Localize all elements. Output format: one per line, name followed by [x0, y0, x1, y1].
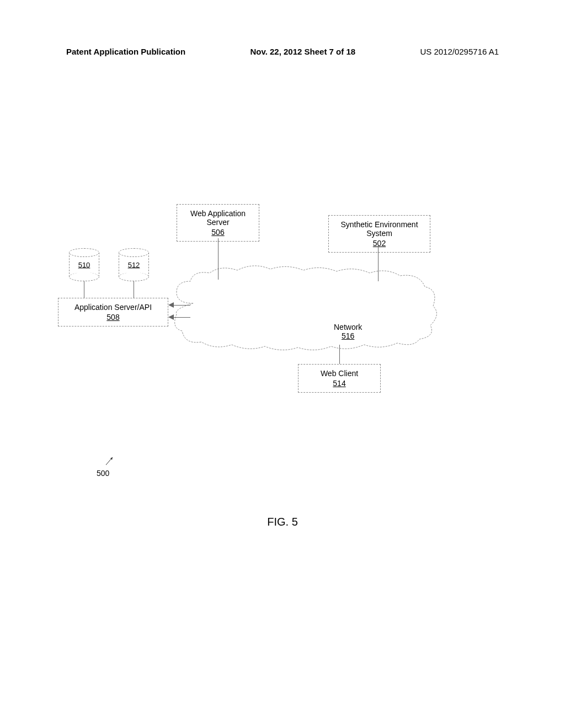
connector-512 — [134, 281, 134, 298]
synthetic-env-label: Synthetic Environment System — [340, 220, 418, 238]
header-publication: Patent Application Publication — [66, 47, 185, 56]
diagram: Web Application Server 506 Synthetic Env… — [0, 193, 565, 524]
web-app-server-label: Web Application Server — [190, 209, 246, 227]
network-cloud — [166, 259, 441, 353]
figure-label: FIG. 5 — [267, 516, 298, 528]
arrow-api-out — [168, 314, 174, 320]
arrow-line-out — [174, 317, 190, 318]
web-app-server-box: Web Application Server 506 — [177, 204, 259, 242]
header-patent-number: US 2012/0295716 A1 — [420, 47, 499, 56]
arrow-api-in — [168, 302, 174, 308]
page-header: Patent Application Publication Nov. 22, … — [0, 47, 565, 56]
header-date-sheet: Nov. 22, 2012 Sheet 7 of 18 — [250, 47, 355, 56]
synthetic-env-box: Synthetic Environment System 502 — [328, 215, 430, 253]
app-server-api-label: Application Server/API — [74, 303, 152, 312]
system-ref: 500 — [97, 469, 109, 478]
app-server-api-box: Application Server/API 508 — [58, 298, 168, 326]
connector-506 — [218, 238, 218, 280]
synthetic-env-ref: 502 — [335, 239, 423, 248]
arrow-line-in — [174, 305, 190, 306]
web-app-server-ref: 506 — [184, 228, 252, 237]
connector-502 — [378, 245, 379, 281]
connector-514 — [339, 345, 340, 364]
connector-510 — [84, 281, 84, 298]
network-label-group: Network 516 — [334, 323, 362, 340]
database-510-ref: 510 — [78, 261, 90, 269]
web-client-label: Web Client — [321, 369, 358, 378]
web-client-box: Web Client 514 — [298, 364, 381, 393]
system-ref-arrow — [105, 455, 115, 466]
network-label: Network — [334, 323, 362, 331]
database-512-ref: 512 — [128, 261, 140, 269]
web-client-ref: 514 — [305, 379, 374, 388]
database-512: 512 — [119, 248, 149, 281]
database-510: 510 — [69, 248, 99, 281]
network-ref: 516 — [334, 331, 362, 340]
app-server-api-ref: 508 — [65, 313, 161, 322]
